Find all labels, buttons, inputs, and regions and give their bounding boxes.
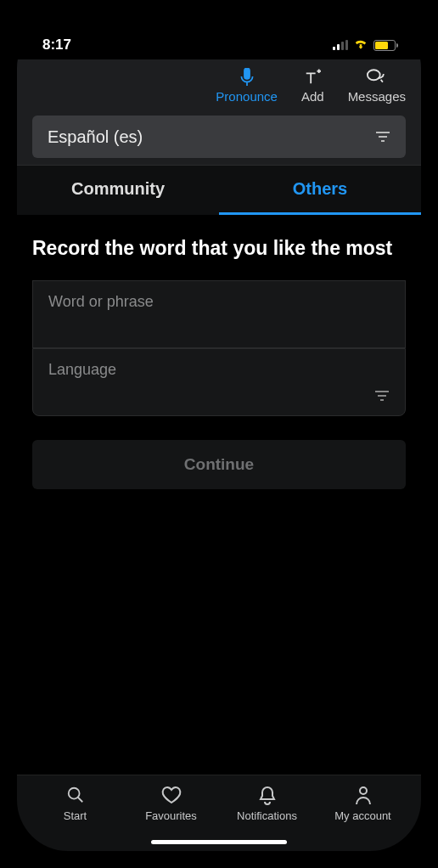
pronounce-tab[interactable]: Pronounce [216,68,278,104]
status-time: 8:17 [42,37,71,54]
add-tab[interactable]: Add [301,68,324,104]
pronounce-label: Pronounce [216,89,278,104]
cellular-icon [333,40,348,50]
chat-icon [367,68,387,87]
nav-start[interactable]: Start [27,786,123,822]
person-icon [355,786,372,806]
search-icon [66,786,85,806]
language-field[interactable]: Language [32,348,406,416]
language-field-label: Language [48,361,390,379]
mic-icon [240,68,254,87]
add-text-icon [303,68,322,87]
add-label: Add [301,89,324,104]
bell-icon [258,786,277,806]
nav-account[interactable]: My account [315,786,411,822]
top-actions: Pronounce Add Messages [32,68,406,104]
device-frame: 8:17 Pronounce [17,17,421,851]
nav-favourites[interactable]: Favourites [123,786,219,822]
messages-tab[interactable]: Messages [348,68,406,104]
language-selector[interactable]: Español (es) [32,116,406,158]
wifi-icon [353,37,368,54]
svg-rect-0 [244,68,250,79]
status-right [333,37,396,54]
continue-button[interactable]: Continue [32,440,406,489]
nav-notifications[interactable]: Notifications [219,786,315,822]
tab-others[interactable]: Others [219,166,421,215]
main-content: Record the word that you like the most W… [17,215,421,775]
nav-start-label: Start [64,809,87,822]
svg-point-2 [68,788,79,799]
battery-icon [373,40,396,51]
word-field[interactable]: Word or phrase [32,280,406,348]
filter-icon [374,390,390,405]
nav-notifications-label: Notifications [237,809,297,822]
word-field-label: Word or phrase [48,293,390,311]
nav-favourites-label: Favourites [145,809,197,822]
status-bar: 8:17 [17,17,421,59]
top-bar: Pronounce Add Messages Español (es) [17,59,421,165]
sub-tabs: Community Others [17,165,421,215]
page-heading: Record the word that you like the most [32,235,406,262]
home-indicator[interactable] [151,840,287,844]
heart-icon [161,786,182,806]
filter-icon [375,127,390,147]
svg-point-3 [360,787,367,794]
language-selector-label: Español (es) [48,127,143,147]
nav-account-label: My account [334,809,390,822]
tab-community[interactable]: Community [17,166,219,215]
messages-label: Messages [348,89,406,104]
